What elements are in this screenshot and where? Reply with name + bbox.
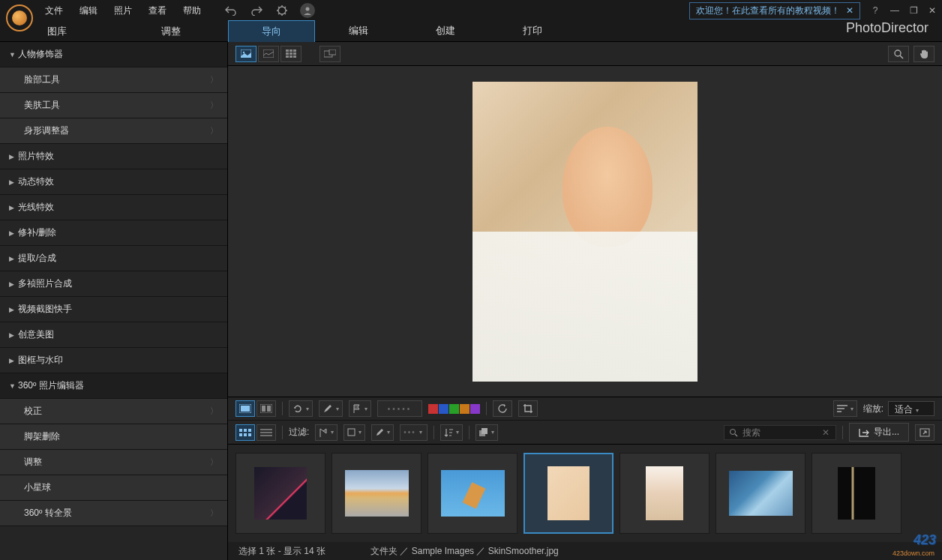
tab-create[interactable]: 创建 [402,20,489,43]
welcome-banner[interactable]: 欢迎您！在此查看所有的教程视频！ ✕ [689,2,860,19]
minimize-icon[interactable]: — [890,5,899,16]
color-labels [428,404,480,414]
svg-rect-7 [293,49,296,52]
refresh-icon[interactable] [493,400,512,417]
sidebar-little-planet[interactable]: 小星球 [0,475,227,501]
sidebar-adjust[interactable]: 调整〉 [0,450,227,475]
search-box[interactable]: ✕ [724,425,836,440]
clear-search-icon[interactable]: ✕ [822,427,830,438]
panel-split-icon[interactable] [256,400,276,417]
sidebar-tripod-removal[interactable]: 脚架删除 [0,424,227,450]
zoom-label: 缩放: [863,403,884,415]
flag-icon[interactable] [349,400,371,417]
sidebar-correction[interactable]: 校正〉 [0,399,227,424]
thumb-3[interactable] [428,453,518,534]
svg-rect-5 [286,49,289,52]
sidebar-video-snapshot[interactable]: ▶视频截图快手 [0,297,227,322]
tab-guided[interactable]: 导向 [228,20,315,43]
sidebar-light-effects[interactable]: ▶光线特效 [0,195,227,220]
tab-adjust[interactable]: 调整 [114,20,228,43]
view-compare-icon[interactable] [258,46,279,62]
sidebar-motion-effects[interactable]: ▶动态特效 [0,169,227,195]
secondary-display-icon[interactable] [320,46,340,62]
photo-viewer[interactable] [228,66,942,397]
svg-rect-6 [290,49,292,52]
thumbs-mode-icon[interactable] [236,424,255,441]
rating-dots[interactable]: ••••• [377,400,422,417]
filter-flag-icon[interactable] [315,424,338,441]
panel-single-icon[interactable] [236,400,255,417]
view-single-icon[interactable] [236,46,256,62]
sort-icon[interactable] [833,400,857,417]
menu-file[interactable]: 文件 [44,1,64,20]
sidebar-people-editor[interactable]: ▼人物修饰器 [0,42,227,67]
filter-edit-icon[interactable] [371,424,394,441]
swatch-red[interactable] [428,404,438,414]
menu-help[interactable]: 帮助 [182,1,202,20]
redo-icon[interactable] [249,3,264,18]
export-button[interactable]: 导出... [849,423,909,442]
svg-point-3 [243,52,244,53]
welcome-text: 欢迎您！在此查看所有的教程视频！ [696,4,840,17]
sort-filter-icon[interactable] [440,424,463,441]
filmstrip [228,445,942,542]
crop-icon[interactable] [518,400,538,417]
svg-rect-28 [348,429,355,436]
svg-rect-18 [241,406,250,412]
thumb-1[interactable] [236,453,326,534]
share-icon[interactable] [915,424,934,441]
brush-icon[interactable] [319,400,343,417]
undo-icon[interactable] [224,3,238,18]
list-mode-icon[interactable] [256,424,276,441]
svg-point-31 [730,429,735,434]
close-icon[interactable]: ✕ [846,5,854,16]
sidebar-frames-watermark[interactable]: ▶图框与水印 [0,348,227,373]
sidebar-body-shaper[interactable]: 身形调整器〉 [0,118,227,144]
sidebar-photo-effects[interactable]: ▶照片特效 [0,144,227,169]
sidebar-skin-tools[interactable]: 美肤工具〉 [0,93,227,118]
filter-label-icon[interactable] [344,424,365,441]
thumb-6[interactable] [716,453,806,534]
pan-tool-icon[interactable] [914,46,934,62]
zoom-select[interactable]: 适合 [888,401,934,416]
view-grid-icon[interactable] [280,46,302,62]
sidebar-extract-compose[interactable]: ▶提取/合成 [0,246,227,271]
menu-edit[interactable]: 编辑 [78,1,99,20]
export-icon [859,428,869,437]
sidebar-repair-remove[interactable]: ▶修补/删除 [0,220,227,246]
svg-rect-24 [248,429,251,432]
search-input[interactable] [742,427,818,438]
zoom-tool-icon[interactable] [888,46,909,62]
maximize-icon[interactable]: ❐ [910,5,918,16]
menu-photo[interactable]: 照片 [112,1,134,20]
stack-icon[interactable] [476,424,498,441]
menu-view[interactable]: 查看 [147,1,168,20]
svg-rect-21 [267,406,271,412]
swatch-purple[interactable] [470,404,480,414]
main-photo [472,82,698,382]
svg-rect-10 [293,52,296,55]
swatch-orange[interactable] [460,404,470,414]
close-window-icon[interactable]: ✕ [928,5,936,16]
thumb-4[interactable] [524,453,614,534]
filter-rating[interactable]: ••• [400,424,428,441]
status-folder: 文件夹 ／ Sample Images ／ SkinSmoother.jpg [370,545,559,558]
thumb-5[interactable] [620,453,710,534]
sidebar-multi-exposure[interactable]: ▶多祯照片合成 [0,271,227,297]
brand-label: PhotoDirector [846,20,942,43]
swatch-green[interactable] [449,404,459,414]
rotate-icon[interactable] [289,400,313,417]
user-icon[interactable] [300,3,315,18]
thumb-2[interactable] [332,453,422,534]
sidebar-360-editor[interactable]: ▼360º 照片编辑器 [0,373,227,399]
tab-print[interactable]: 打印 [489,20,576,43]
sidebar: ▼人物修饰器 脸部工具〉 美肤工具〉 身形调整器〉 ▶照片特效 ▶动态特效 ▶光… [0,42,228,560]
sidebar-to-panorama[interactable]: 360º 转全景〉 [0,501,227,526]
thumb-7[interactable] [812,453,902,534]
sidebar-face-tools[interactable]: 脸部工具〉 [0,67,227,93]
help-icon[interactable]: ? [868,3,883,18]
swatch-blue[interactable] [439,404,448,414]
settings-icon[interactable] [274,3,290,18]
sidebar-creative-art[interactable]: ▶创意美图 [0,322,227,348]
tab-edit[interactable]: 编辑 [315,20,402,43]
